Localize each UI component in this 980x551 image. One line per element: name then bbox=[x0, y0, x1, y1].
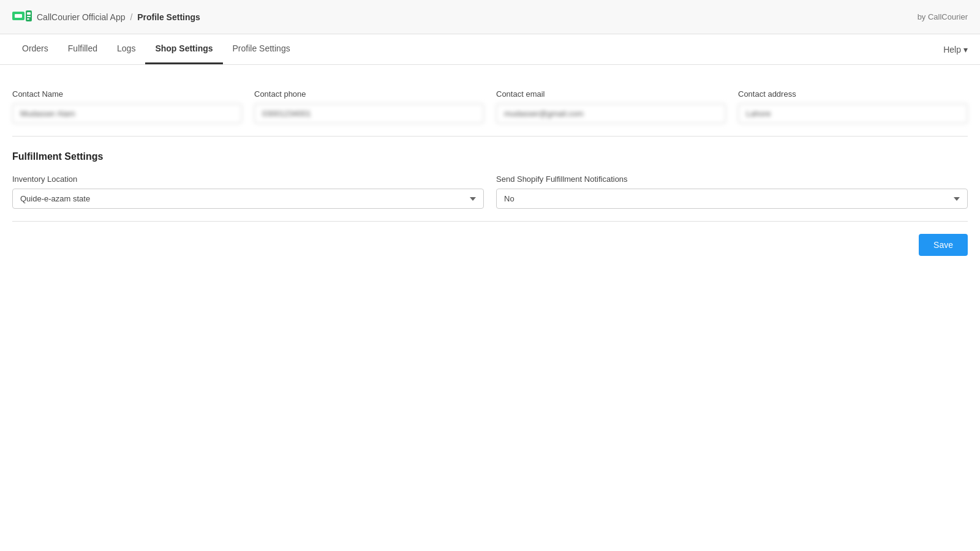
fulfillment-section-title: Fulfillment Settings bbox=[12, 151, 968, 162]
app-header: CallCourier Official App / Profile Setti… bbox=[0, 0, 980, 34]
contact-address-group: Contact address bbox=[738, 89, 968, 124]
svg-rect-1 bbox=[15, 14, 22, 18]
contact-grid: Contact Name Contact phone Contact email… bbox=[12, 89, 968, 124]
svg-rect-5 bbox=[27, 18, 29, 20]
contact-name-input[interactable] bbox=[12, 103, 242, 124]
breadcrumb-app-name: CallCourier Official App bbox=[37, 12, 125, 22]
contact-phone-input[interactable] bbox=[254, 103, 484, 124]
tab-orders[interactable]: Orders bbox=[12, 34, 58, 64]
notifications-group: Send Shopify Fulfillment Notifications N… bbox=[496, 174, 968, 209]
fulfillment-grid: Inventory Location Quide-e-azam state La… bbox=[12, 174, 968, 209]
contact-email-label: Contact email bbox=[496, 89, 726, 99]
contact-phone-group: Contact phone bbox=[254, 89, 484, 124]
tab-fulfilled[interactable]: Fulfilled bbox=[58, 34, 107, 64]
tab-logs[interactable]: Logs bbox=[107, 34, 145, 64]
svg-rect-4 bbox=[27, 16, 31, 17]
nav-tabs: Orders Fulfilled Logs Shop Settings Prof… bbox=[0, 34, 980, 65]
save-area: Save bbox=[12, 222, 968, 268]
inventory-location-label: Inventory Location bbox=[12, 174, 484, 184]
tab-shop-settings[interactable]: Shop Settings bbox=[145, 34, 222, 64]
inventory-location-select[interactable]: Quide-e-azam state Lahore Karachi Islama… bbox=[12, 189, 484, 209]
tab-profile-settings[interactable]: Profile Settings bbox=[223, 34, 300, 64]
contact-email-input[interactable] bbox=[496, 103, 726, 124]
contact-email-group: Contact email bbox=[496, 89, 726, 124]
notifications-select[interactable]: No Yes bbox=[496, 189, 968, 209]
contact-section: Contact Name Contact phone Contact email… bbox=[12, 77, 968, 137]
nav-tabs-list: Orders Fulfilled Logs Shop Settings Prof… bbox=[12, 34, 300, 64]
contact-address-label: Contact address bbox=[738, 89, 968, 99]
contact-name-group: Contact Name bbox=[12, 89, 242, 124]
inventory-location-group: Inventory Location Quide-e-azam state La… bbox=[12, 174, 484, 209]
main-content: Contact Name Contact phone Contact email… bbox=[0, 65, 980, 280]
contact-name-label: Contact Name bbox=[12, 89, 242, 99]
svg-rect-3 bbox=[27, 12, 31, 15]
help-menu[interactable]: Help ▾ bbox=[943, 45, 968, 54]
header-left: CallCourier Official App / Profile Setti… bbox=[12, 10, 200, 24]
notifications-label: Send Shopify Fulfillment Notifications bbox=[496, 174, 968, 184]
breadcrumb: CallCourier Official App / Profile Setti… bbox=[37, 12, 200, 22]
save-button[interactable]: Save bbox=[919, 234, 968, 256]
contact-phone-label: Contact phone bbox=[254, 89, 484, 99]
app-logo bbox=[12, 10, 32, 24]
header-by-label: by CallCourier bbox=[918, 12, 968, 21]
fulfillment-section: Fulfillment Settings Inventory Location … bbox=[12, 137, 968, 222]
chevron-down-icon: ▾ bbox=[963, 45, 968, 54]
breadcrumb-separator: / bbox=[130, 12, 132, 22]
contact-address-input[interactable] bbox=[738, 103, 968, 124]
help-label: Help bbox=[943, 45, 961, 54]
breadcrumb-page-title: Profile Settings bbox=[137, 12, 200, 22]
